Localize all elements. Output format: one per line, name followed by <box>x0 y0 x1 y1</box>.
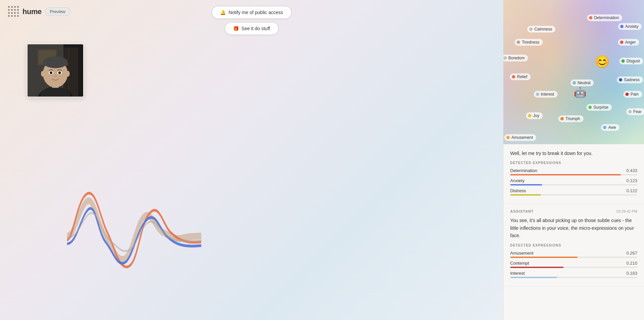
emotion-label-interest: Interest <box>541 92 554 97</box>
emotion-tag-boredom: Boredom <box>503 55 528 61</box>
expression-bar-fill-1-1 <box>510 267 564 268</box>
robot-face: 🤖 <box>574 87 586 98</box>
header: hume Preview 🔔 Notify me of public acces… <box>0 0 503 23</box>
expression-bar-bg-1-2 <box>510 277 637 278</box>
detected-label-1: DETECTED EXPRESSIONS <box>510 244 637 247</box>
expression-bar-bg-1-1 <box>510 267 637 268</box>
expression-value-0-2: 0.122 <box>626 188 637 193</box>
logo-text: hume <box>22 7 42 16</box>
expression-value-1-0: 0.267 <box>626 251 637 256</box>
expression-bar-bg-0-1 <box>510 184 637 185</box>
message-role-1: ASSISTANT <box>510 209 534 213</box>
expression-name-0-2: Distress <box>510 188 526 193</box>
emotion-label-amusement: Amusement <box>512 135 533 140</box>
bell-icon: 🔔 <box>220 10 226 15</box>
emotion-label-fear: Fear <box>633 109 642 114</box>
svg-point-17 <box>59 72 60 73</box>
logo-icon <box>8 6 19 17</box>
demo-button[interactable]: 🎁 See it do stuff <box>225 22 278 35</box>
emotion-label-neutral: Neutral <box>578 81 591 85</box>
emotion-label-calmness: Calmness <box>534 27 552 32</box>
expression-row-1-2: Interest 0.183 <box>510 271 637 278</box>
expression-bar-bg-1-0 <box>510 257 637 258</box>
expression-value-0-0: 0.433 <box>626 168 637 173</box>
emotion-tag-determination: Determination <box>587 14 623 21</box>
emotion-label-boredom: Boredom <box>508 56 525 60</box>
expression-value-1-1: 0.210 <box>626 261 637 266</box>
preview-badge[interactable]: Preview <box>45 7 70 16</box>
emotion-label-awe: Awe <box>608 125 616 130</box>
message-time-1: 03:29:42 PM <box>616 209 637 213</box>
expression-name-1-2: Interest <box>510 271 525 276</box>
expression-name-1-0: Amusement <box>510 251 533 256</box>
emoji-face: 😊 <box>595 55 610 69</box>
notify-button[interactable]: 🔔 Notify me of public access <box>212 6 291 19</box>
svg-point-18 <box>54 75 57 77</box>
app-container: hume Preview 🔔 Notify me of public acces… <box>0 0 644 320</box>
expression-row-0-1: Anxiety 0.123 <box>510 178 637 185</box>
emotion-tag-sadness: Sadness <box>617 76 643 83</box>
emotion-tag-awe: Awe <box>601 124 619 131</box>
person-svg <box>28 44 83 97</box>
logo-area: hume Preview <box>8 6 70 17</box>
emotion-label-joy: Joy <box>533 113 539 118</box>
waveform-svg <box>67 179 201 293</box>
chat-message-0: Well, let me try to break it down for yo… <box>503 144 644 204</box>
emotion-tag-fear: Fear <box>626 108 644 115</box>
main-area: hume Preview 🔔 Notify me of public acces… <box>0 0 503 320</box>
message-text-1: You see, it's all about picking up on th… <box>510 217 637 239</box>
emotion-tag-tiredness: Tiredness <box>515 39 543 46</box>
emotion-tag-calmness: Calmness <box>527 26 555 33</box>
gift-icon: 🎁 <box>233 26 239 31</box>
emotion-tag-triumph: Triumph <box>558 115 584 122</box>
chat-area[interactable]: Well, let me try to break it down for yo… <box>503 144 644 320</box>
expression-row-0-0: Determination 0.433 <box>510 168 637 175</box>
emotion-label-anxiety: Anxiety <box>625 24 638 29</box>
emotion-tag-interest: Interest <box>534 91 557 98</box>
header-buttons: 🔔 Notify me of public access 🎁 See it do… <box>212 6 291 35</box>
webcam-inner <box>28 44 83 97</box>
detected-label-0: DETECTED EXPRESSIONS <box>510 161 637 165</box>
expression-row-1-1: Contempt 0.210 <box>510 261 637 268</box>
emotion-label-anger: Anger <box>625 40 636 45</box>
emotion-map: DeterminationCalmnessAnxietyTirednessAng… <box>503 0 644 144</box>
svg-rect-11 <box>43 62 68 66</box>
emotion-label-sadness: Sadness <box>624 77 640 82</box>
expression-name-1-1: Contempt <box>510 261 529 266</box>
emotion-label-tiredness: Tiredness <box>522 40 539 45</box>
expression-bar-fill-0-1 <box>510 184 542 185</box>
expression-value-1-2: 0.183 <box>626 271 637 276</box>
expression-bar-bg-0-2 <box>510 194 637 196</box>
waveform-area <box>67 179 201 293</box>
expression-value-0-1: 0.123 <box>626 178 637 183</box>
svg-point-10 <box>43 56 68 68</box>
expression-row-1-0: Amusement 0.267 <box>510 251 637 258</box>
emotion-label-triumph: Triumph <box>566 116 580 121</box>
expression-bar-fill-1-2 <box>510 277 557 278</box>
emotion-label-disgust: Disgust <box>627 59 640 63</box>
emotion-tag-relief: Relief <box>510 73 531 80</box>
expression-row-0-2: Distress 0.122 <box>510 188 637 196</box>
expression-bar-fill-1-0 <box>510 257 578 258</box>
emotion-label-relief: Relief <box>517 74 527 79</box>
svg-point-16 <box>50 72 52 73</box>
emotion-tag-disgust: Disgust <box>620 58 643 64</box>
emotion-tag-anger: Anger <box>618 39 639 46</box>
message-header-1: ASSISTANT 03:29:42 PM <box>510 209 637 213</box>
emotion-label-determination: Determination <box>594 15 619 20</box>
emotion-map-background: DeterminationCalmnessAnxietyTirednessAng… <box>503 0 644 144</box>
emotion-tag-neutral: Neutral <box>571 79 594 86</box>
emotion-label-surprise: Surprise <box>593 105 608 110</box>
emotion-tag-pain: Pain <box>624 91 642 98</box>
expression-bar-fill-0-0 <box>510 174 621 175</box>
message-text-0: Well, let me try to break it down for yo… <box>510 150 637 157</box>
right-panel: DeterminationCalmnessAnxietyTirednessAng… <box>503 0 644 320</box>
emotion-tag-surprise: Surprise <box>586 104 612 111</box>
expression-name-0-0: Determination <box>510 168 537 173</box>
expression-name-0-1: Anxiety <box>510 178 525 183</box>
expression-bar-fill-0-2 <box>510 194 541 196</box>
emotion-label-pain: Pain <box>631 92 639 97</box>
webcam-preview <box>27 44 84 97</box>
emotion-tag-anxiety: Anxiety <box>618 23 642 30</box>
svg-point-20 <box>66 71 70 77</box>
